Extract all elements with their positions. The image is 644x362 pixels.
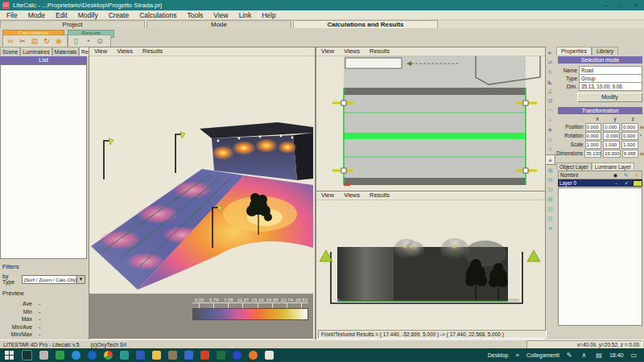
dimensions-x-field[interactable]: 35.130	[584, 150, 601, 158]
layer-editable-cell[interactable]: ✓	[621, 179, 632, 187]
menu-view[interactable]: View	[213, 11, 228, 19]
scissors-icon[interactable]: ✂	[18, 37, 27, 46]
view-menu-item[interactable]: View	[321, 191, 334, 200]
recalculate-icon[interactable]: ↻	[42, 37, 52, 46]
pointer-hand-icon[interactable]: ▲	[545, 154, 555, 165]
start-button[interactable]	[0, 348, 18, 362]
zoom-results-icon[interactable]: ⊙	[95, 37, 105, 46]
taskbar-app-icon[interactable]	[233, 351, 242, 360]
street-scene-3d[interactable]	[89, 56, 313, 294]
chevron-down-icon[interactable]: ▼	[76, 276, 85, 283]
taskbar-desktop-toolbar[interactable]: Desktop	[488, 352, 509, 358]
taskbar-app-icon[interactable]	[120, 351, 129, 360]
taskbar-links-toolbar[interactable]: Collegamenti	[526, 352, 559, 358]
viewport-front[interactable]: View Views Results	[316, 191, 546, 341]
results-list[interactable]	[0, 64, 87, 259]
chevron-right-icon[interactable]: »	[515, 352, 518, 359]
dimensions-y-field[interactable]: 19.000	[603, 150, 620, 158]
menu-edit[interactable]: Edit	[56, 11, 68, 19]
taskbar-app-icon[interactable]	[88, 351, 97, 360]
view-menu-item[interactable]: View	[94, 47, 107, 56]
position-x-field[interactable]: 0.000	[585, 123, 602, 131]
touch-keyboard-icon[interactable]: ▤	[596, 352, 602, 359]
rotation-x-field[interactable]: 0.000	[585, 132, 602, 140]
layout-left-icon[interactable]: ▧	[546, 204, 555, 213]
tab-luminaires[interactable]: Luminaires	[20, 47, 52, 56]
scale-x-field[interactable]: 1.000	[585, 141, 602, 149]
road-plan-view[interactable]	[316, 56, 543, 190]
viewport-3d[interactable]: View Views Results	[89, 47, 316, 341]
layer-color-swatch[interactable]	[633, 180, 642, 187]
move-icon[interactable]: ⇄	[546, 58, 555, 67]
taskbar-app-icon[interactable]	[217, 351, 225, 360]
rotation-z-field[interactable]: 0.000	[621, 132, 638, 140]
taskbar-app-icon[interactable]	[200, 351, 209, 360]
taskbar-app-icon[interactable]	[56, 351, 64, 360]
layout-quad-icon[interactable]: ■	[546, 224, 555, 232]
drop-icon[interactable]: ⇩	[546, 145, 555, 154]
position-z-field[interactable]: 0.000	[621, 123, 638, 131]
taskbar-app-icon[interactable]	[152, 351, 161, 360]
position-y-field[interactable]: 0.000	[603, 123, 620, 131]
diameter-icon[interactable]: Ø	[546, 97, 555, 105]
menu-tools[interactable]: Tools	[188, 11, 204, 19]
taskbar-app-icon[interactable]	[265, 351, 274, 360]
views-menu-item[interactable]: Views	[344, 191, 360, 200]
front-section-view[interactable]	[316, 200, 543, 329]
taskbar-app-icon[interactable]	[39, 351, 48, 360]
plan-lanes-lower[interactable]	[344, 139, 526, 178]
menu-file[interactable]: File	[6, 11, 18, 19]
taskbar-app-icon[interactable]	[249, 351, 258, 360]
angle-icon[interactable]: ∠	[546, 87, 555, 96]
menu-calculations[interactable]: Calculations	[139, 11, 176, 19]
notification-center-icon[interactable]: ▭	[630, 352, 637, 359]
battery-icon[interactable]: ▯	[71, 37, 80, 46]
views-menu-item[interactable]: Views	[344, 47, 360, 56]
layout-right-icon[interactable]: ▨	[546, 214, 555, 223]
layer-row[interactable]: Layer 0 - ✓	[558, 179, 642, 187]
rotation-y-field[interactable]: -0.000	[603, 132, 620, 140]
tab-materials[interactable]: Materials	[52, 47, 80, 56]
minimize-button[interactable]: –	[604, 2, 607, 9]
dim-field[interactable]: 35.13, 19.00; 9.06	[579, 82, 642, 91]
menu-help[interactable]: Help	[262, 11, 275, 19]
pan-icon[interactable]: ◇	[546, 135, 555, 144]
curve-icon[interactable]: ≈	[546, 116, 555, 125]
taskbar-app-icon[interactable]	[136, 351, 145, 360]
menu-link[interactable]: Link	[239, 11, 252, 19]
results-menu-item[interactable]: Results	[142, 47, 163, 56]
tab-mode[interactable]: Mode	[147, 20, 291, 28]
tab-scene[interactable]: Scene	[0, 47, 20, 56]
layer-color-cell[interactable]	[632, 179, 642, 187]
taskbar-app-icon[interactable]	[22, 350, 32, 360]
slope-icon[interactable]: ◣	[546, 77, 555, 86]
taskbar-app-icon[interactable]	[168, 351, 177, 360]
menu-mode[interactable]: Mode	[28, 11, 45, 19]
tab-luminaire-layer[interactable]: Luminaire Layer	[592, 162, 634, 170]
show-hidden-icons-icon[interactable]: ∧	[581, 352, 586, 359]
menu-create[interactable]: Create	[109, 11, 130, 19]
view-menu-item[interactable]: View	[321, 47, 334, 56]
clapperboard-icon[interactable]: ▤	[30, 37, 39, 46]
scale-y-field[interactable]: 1.000	[603, 141, 620, 149]
arc-icon[interactable]: ◠	[546, 106, 555, 115]
gear-icon[interactable]: ✚	[546, 125, 555, 134]
tab-project[interactable]: Project	[0, 20, 145, 28]
viewport-plan[interactable]: View Views Results	[316, 47, 546, 191]
camera-icon[interactable]: ◉	[54, 37, 64, 46]
taskbar-app-icon[interactable]	[104, 351, 113, 360]
tab-properties[interactable]: Properties	[556, 47, 592, 55]
maximize-button[interactable]: □	[618, 2, 622, 9]
layer-list-empty[interactable]	[558, 187, 642, 326]
views-menu-item[interactable]: Views	[117, 47, 133, 56]
tab-object-layer[interactable]: Object Layer	[556, 162, 592, 170]
layout-single-icon[interactable]: ▤	[546, 175, 555, 184]
layout-grid-icon[interactable]: ▦	[546, 195, 555, 204]
taskbar-app-icon[interactable]	[184, 351, 193, 360]
results-menu-item[interactable]: Results	[369, 47, 390, 56]
layer-visible-cell[interactable]: -	[611, 179, 621, 187]
close-button[interactable]: ×	[634, 2, 638, 9]
zoom-extents-icon[interactable]: ▣	[546, 166, 555, 175]
pen-icon[interactable]: ✎	[567, 352, 572, 359]
plan-lanes-upper[interactable]	[344, 95, 526, 133]
